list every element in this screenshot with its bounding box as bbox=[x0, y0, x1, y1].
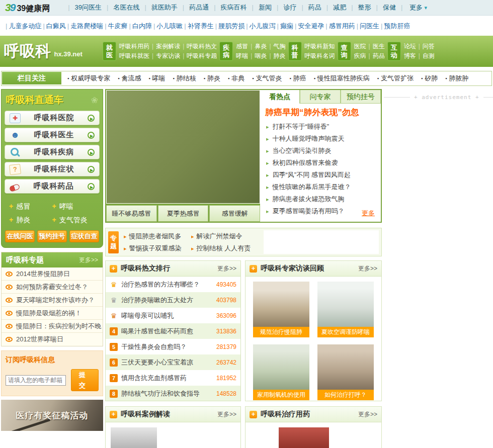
feature-news-item[interactable]: 十种人睡觉呼噜声响震天 bbox=[266, 133, 377, 145]
menu-link[interactable]: 医院 bbox=[354, 43, 366, 50]
submit-button[interactable]: 提交 bbox=[71, 369, 99, 391]
focus-link[interactable]: 肺脓肿 bbox=[445, 74, 468, 82]
focus-link[interactable]: 哮喘 bbox=[148, 74, 165, 82]
channel-logo[interactable]: 呼吸科 hx.39.net bbox=[4, 41, 103, 62]
hot-tag-link[interactable]: 白癜风 bbox=[41, 22, 65, 31]
menu-group-label-jiuyi[interactable]: 就医 bbox=[103, 42, 116, 61]
hot-tag-link[interactable]: 牛皮癣 bbox=[103, 22, 127, 31]
express-action-button[interactable]: 在线问医 bbox=[5, 230, 35, 242]
focus-link[interactable]: 支气管扩张 bbox=[377, 74, 414, 82]
expert-card[interactable]: 家用制氧机的使用 bbox=[253, 344, 309, 400]
menu-link[interactable]: 肺炎 bbox=[267, 52, 285, 59]
feature-news-item[interactable]: 慢性咳嗽的幕后黑手是谁？ bbox=[266, 181, 377, 193]
site-logo[interactable]: 39 39健康网 bbox=[5, 2, 50, 14]
expert-card[interactable]: 如何治疗打呼？ bbox=[317, 344, 374, 400]
topbar-nav-item[interactable]: 39问医生 bbox=[63, 3, 102, 12]
feature-news-item[interactable]: 四季“风”不同 感冒因风而起 bbox=[266, 169, 377, 181]
topic-item[interactable]: 夏天哮喘定时发作该咋办？ bbox=[2, 294, 103, 307]
special-link[interactable]: 解读广州禁烟令 bbox=[191, 230, 259, 242]
medicine-photo[interactable] bbox=[279, 427, 329, 448]
rank-row[interactable]: 7 慎用含抗充血剂感冒药 181952 bbox=[106, 370, 240, 386]
special-label[interactable]: 专题 bbox=[108, 231, 119, 253]
expert-card[interactable]: 规范治疗慢阻肺 bbox=[253, 282, 309, 337]
topbar-nav-item[interactable]: 就医助手 bbox=[139, 3, 177, 12]
hot-tag-link[interactable]: 腰肌劳损 bbox=[214, 22, 244, 31]
focus-link[interactable]: 禽流感 bbox=[118, 74, 141, 82]
topics-more-link[interactable]: 更多>> bbox=[79, 256, 98, 264]
express-button[interactable]: 呼吸科症状 bbox=[5, 162, 100, 176]
topbar-nav-item[interactable]: 名医在线 bbox=[102, 3, 139, 12]
rank-row[interactable]: 8 肺结核气功疗法和饮食指导 148528 bbox=[106, 386, 240, 401]
menu-link[interactable]: 呼吸科名词 bbox=[305, 52, 335, 59]
focus-link[interactable]: 支气管炎 bbox=[252, 74, 282, 82]
express-button[interactable]: 呼吸科医院 bbox=[5, 111, 100, 125]
menu-link[interactable]: 呼吸科就医 bbox=[119, 52, 149, 59]
hot-tag-link[interactable]: 小儿腹泻 bbox=[244, 22, 275, 31]
expert-more-link[interactable]: 更多>> bbox=[358, 264, 377, 273]
topbar-nav-item[interactable]: 药品通 bbox=[178, 3, 209, 12]
feature-thumb-tab[interactable]: 睡不够易感冒 bbox=[106, 205, 157, 222]
menu-link[interactable]: 案例解读 bbox=[149, 43, 180, 50]
topbar-nav-item[interactable]: 诊疗 bbox=[272, 3, 296, 12]
focus-link[interactable]: 权威呼吸专家 bbox=[67, 74, 110, 82]
contribution-banner[interactable]: 医疗有奖征稿活动 bbox=[1, 400, 103, 431]
topic-item[interactable]: 2014世界慢阻肺日 bbox=[2, 267, 103, 281]
hot-tag-link[interactable]: 感冒用药 bbox=[324, 22, 355, 31]
hot-tag-link[interactable]: 白内障 bbox=[128, 22, 152, 31]
hot-tag-link[interactable]: 问医生 bbox=[355, 22, 379, 31]
topic-item[interactable]: 如何预防雾霾安全过冬？ bbox=[2, 281, 103, 294]
menu-link[interactable]: 呼吸科新知 bbox=[305, 43, 335, 50]
menu-link[interactable]: 哮喘 bbox=[236, 52, 248, 59]
tab-ask-expert[interactable]: 问专家 bbox=[300, 90, 340, 104]
topic-item[interactable]: 慢阻肺是吸烟惹的祸！ bbox=[2, 307, 103, 320]
email-input[interactable] bbox=[6, 375, 66, 386]
focus-link[interactable]: 非典 bbox=[228, 74, 244, 82]
quick-disease-link[interactable]: 感冒 bbox=[9, 200, 52, 213]
focus-link[interactable]: 肺结核 bbox=[173, 74, 196, 82]
rank-row[interactable]: 2 治疗肺炎喘嗽的五大处方 403798 bbox=[106, 292, 240, 308]
menu-link[interactable]: 专家访谈 bbox=[149, 52, 180, 59]
hot-tag-link[interactable]: 小儿咳嗽 bbox=[152, 22, 183, 31]
menu-group-label-chaxun[interactable]: 查询 bbox=[338, 42, 351, 61]
topbar-nav-item[interactable]: 减肥 bbox=[321, 3, 346, 12]
topbar-nav-item[interactable]: 新闻 bbox=[247, 3, 272, 12]
rank-row[interactable]: 1 治疗热感冒的方法有哪些？ 493405 bbox=[106, 277, 240, 292]
menu-link[interactable]: 论坛 bbox=[404, 43, 416, 50]
menu-link[interactable]: 呼吸科专题 bbox=[180, 52, 217, 59]
express-action-button[interactable]: 症状自查 bbox=[69, 230, 99, 242]
express-action-button[interactable]: 预约挂号 bbox=[37, 230, 67, 242]
feature-more-link[interactable]: 更多 bbox=[362, 209, 375, 218]
expert-card[interactable]: 夏吹空调谨防哮喘 bbox=[317, 282, 374, 337]
menu-link[interactable]: 感冒 bbox=[236, 43, 248, 50]
hot-tag-link[interactable]: 儿童多动症 bbox=[4, 22, 41, 31]
hot-tag-link[interactable]: 安全避孕 bbox=[293, 22, 324, 31]
rank-row[interactable]: 6 三伏天更要小心宝宝着凉 263742 bbox=[106, 354, 240, 370]
medicine-more-link[interactable]: 更多>> bbox=[358, 410, 377, 419]
feature-news-item[interactable]: 当心空调污染引肺炎 bbox=[266, 145, 377, 157]
feature-news-item[interactable]: 肺病患者拔火罐恐致气胸 bbox=[266, 193, 377, 205]
feature-news-item[interactable]: 秋初四种假感冒来偷袭 bbox=[266, 157, 377, 169]
hot-tag-link[interactable]: 补肾养生 bbox=[183, 22, 213, 31]
tab-hot-news[interactable]: 看热点 bbox=[260, 90, 300, 104]
express-button[interactable]: 呼吸科药品 bbox=[5, 179, 100, 194]
menu-group-label-hudong[interactable]: 互动 bbox=[387, 42, 401, 61]
feature-news-item[interactable]: 打鼾不等于“睡得香” bbox=[266, 121, 377, 133]
menu-link[interactable]: 药品 bbox=[366, 52, 385, 59]
cases-more-link[interactable]: 更多>> bbox=[217, 410, 236, 419]
feature-headline[interactable]: 肺癌早期“肺外表现”勿忽 bbox=[260, 104, 381, 120]
topic-item[interactable]: 2012世界哮喘日 bbox=[2, 333, 103, 346]
menu-link[interactable]: 呼吸科热文 bbox=[180, 43, 217, 50]
feature-thumb-tab[interactable]: 感冒缓解 bbox=[209, 205, 260, 222]
rank-row[interactable]: 5 干燥性鼻炎会自愈吗？ 281379 bbox=[106, 339, 240, 354]
focus-link[interactable]: 慢性阻塞性肺疾病 bbox=[314, 74, 370, 82]
menu-link[interactable]: 自测 bbox=[416, 52, 435, 59]
tab-appointment[interactable]: 预约挂号 bbox=[341, 90, 381, 104]
menu-link[interactable]: 医生 bbox=[366, 43, 385, 50]
menu-link[interactable]: 问答 bbox=[416, 43, 435, 50]
topbar-nav-item[interactable]: 药品 bbox=[296, 3, 321, 12]
menu-group-label-jibing[interactable]: 疾病 bbox=[219, 42, 233, 61]
hot-tag-link[interactable]: 走路爬楼喘 bbox=[66, 22, 103, 31]
rank-row[interactable]: 3 哮喘母亲可以哺乳 363096 bbox=[106, 308, 240, 323]
menu-link[interactable]: 鼻炎 bbox=[248, 43, 267, 50]
hot-tag-link[interactable]: 预防肝癌 bbox=[379, 22, 410, 31]
